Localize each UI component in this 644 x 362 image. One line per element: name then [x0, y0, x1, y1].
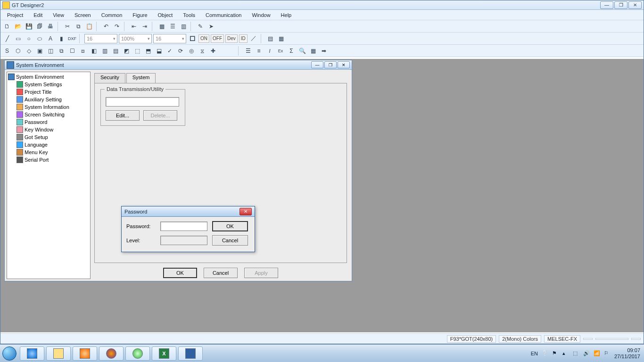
t3-1-icon[interactable]: S: [2, 46, 12, 56]
t3-18-icon[interactable]: ◎: [187, 46, 196, 56]
start-button[interactable]: [0, 345, 19, 362]
t3-11-icon[interactable]: ▤: [111, 46, 120, 56]
t3-17-icon[interactable]: ⟳: [176, 46, 185, 56]
maximize-button[interactable]: ❐: [614, 1, 627, 9]
tree-item-language[interactable]: Language: [17, 141, 89, 148]
task-ie[interactable]: [20, 346, 44, 361]
menu-common[interactable]: Common: [97, 11, 127, 19]
new-icon[interactable]: 🗋: [2, 22, 12, 31]
val3-dropdown[interactable]: 16: [153, 34, 186, 43]
menu-help[interactable]: Help: [276, 11, 297, 19]
menu-communication[interactable]: Communication: [201, 11, 246, 19]
dxf-icon[interactable]: DXF: [67, 34, 77, 43]
arrow-left-icon[interactable]: ⇤: [129, 22, 139, 31]
menu-view[interactable]: View: [48, 11, 69, 19]
undo-icon[interactable]: ↶: [101, 22, 111, 31]
password-input[interactable]: [160, 222, 207, 231]
tree-item-auxiliary-setting[interactable]: Auxiliary Setting: [17, 96, 89, 103]
pencil-icon[interactable]: ✎: [196, 22, 205, 31]
edit-button[interactable]: Edit...: [106, 110, 140, 121]
menu-object[interactable]: Object: [153, 11, 178, 19]
t3-12-icon[interactable]: ◩: [122, 46, 131, 56]
on-label[interactable]: ON: [198, 34, 209, 43]
tree-item-project-title[interactable]: Project Title: [17, 88, 89, 96]
task-explorer[interactable]: [46, 346, 71, 361]
t3-13-icon[interactable]: ⬚: [132, 46, 142, 56]
find-icon[interactable]: 🔍: [297, 46, 307, 56]
fontsize-dropdown[interactable]: 16: [84, 34, 117, 43]
t3-14-icon[interactable]: ⬒: [143, 46, 153, 56]
help-icon[interactable]: ❔: [542, 350, 548, 357]
redo-icon[interactable]: ↷: [112, 22, 122, 31]
align-center-icon[interactable]: ≡: [254, 46, 264, 56]
network-icon[interactable]: 📶: [594, 350, 600, 357]
tray-icon-2[interactable]: ⚐: [604, 350, 611, 357]
linecolor-icon[interactable]: ／: [249, 34, 258, 43]
zoom-dropdown[interactable]: 100%: [119, 34, 152, 43]
id-label[interactable]: ID: [239, 34, 248, 43]
print-icon[interactable]: 🖶: [46, 22, 55, 31]
menu-figure[interactable]: Figure: [128, 11, 152, 19]
tree-item-serial-port[interactable]: Serial Port: [17, 156, 89, 164]
password-close-button[interactable]: ✕: [239, 208, 252, 215]
password-ok-button[interactable]: OK: [212, 221, 248, 231]
sysenv-cancel-button[interactable]: Cancel: [204, 268, 238, 278]
copy-icon[interactable]: ⧉: [74, 22, 83, 31]
palette-icon[interactable]: ▥: [179, 22, 188, 31]
cut-icon[interactable]: ✂: [63, 22, 72, 31]
togg-icon[interactable]: ▦: [308, 46, 318, 56]
tree-item-key-window[interactable]: Key Window: [17, 126, 89, 133]
tree-item-system-settings[interactable]: System Settings: [17, 81, 89, 88]
t3-15-icon[interactable]: ⬓: [154, 46, 164, 56]
password-titlebar[interactable]: Password ✕: [122, 206, 255, 217]
ex-icon[interactable]: Ex: [276, 46, 285, 56]
tray-clock[interactable]: 09:07 27/11/2017: [614, 347, 640, 359]
minimize-button[interactable]: —: [600, 1, 613, 9]
off-label[interactable]: OFF: [211, 34, 224, 43]
t3-7-icon[interactable]: ☐: [67, 46, 77, 56]
t3-6-icon[interactable]: ⧉: [57, 46, 66, 56]
volume-icon[interactable]: 🔊: [583, 350, 590, 357]
arrow-right-icon[interactable]: ⇥: [140, 22, 149, 31]
sysenv-titlebar[interactable]: System Environment — ❐ ✕: [5, 60, 352, 70]
fillcolor-icon[interactable]: 🞏: [188, 34, 197, 43]
tab-security[interactable]: Security: [94, 73, 125, 83]
task-gtdesigner[interactable]: [178, 346, 203, 361]
menu-project[interactable]: Project: [2, 11, 28, 19]
flag-icon[interactable]: ⚑: [552, 350, 559, 357]
tree-item-got-setup[interactable]: Got Setup: [17, 133, 89, 141]
save-icon[interactable]: 💾: [24, 22, 33, 31]
sysenv-apply-button[interactable]: Apply: [244, 268, 278, 278]
preview2-icon[interactable]: ▦: [277, 34, 286, 43]
tab-system[interactable]: System: [126, 73, 156, 83]
layers-icon[interactable]: ☰: [168, 22, 177, 31]
tray-lang[interactable]: EN: [531, 351, 538, 356]
menu-tools[interactable]: Tools: [178, 11, 200, 19]
t3-3-icon[interactable]: ◇: [24, 46, 33, 56]
saveall-icon[interactable]: 🗐: [35, 22, 44, 31]
sigma-icon[interactable]: Σ: [287, 46, 296, 56]
chevron-up-icon[interactable]: ▴: [562, 350, 569, 357]
t3-2-icon[interactable]: ⬡: [13, 46, 23, 56]
preview1-icon[interactable]: ▤: [266, 34, 275, 43]
t3-5-icon[interactable]: ◫: [46, 46, 55, 56]
t3-4-icon[interactable]: ▣: [35, 46, 44, 56]
t3-8-icon[interactable]: ⧈: [78, 46, 88, 56]
t3-9-icon[interactable]: ◧: [89, 46, 99, 56]
align-left-icon[interactable]: ☰: [243, 46, 253, 56]
t3-20-icon[interactable]: ✚: [208, 46, 218, 56]
task-firefox[interactable]: [99, 346, 124, 361]
circle-icon[interactable]: ○: [24, 34, 33, 43]
tree-item-password[interactable]: Password: [17, 118, 89, 126]
tree-item-screen-switching[interactable]: Screen Switching: [17, 111, 89, 118]
tree-item-menu-key[interactable]: Menu Key: [17, 148, 89, 156]
password-cancel-button[interactable]: Cancel: [212, 235, 248, 246]
grid-icon[interactable]: ▦: [157, 22, 166, 31]
pointer-icon[interactable]: ➤: [206, 22, 216, 31]
menu-window[interactable]: Window: [247, 11, 275, 19]
sysenv-maximize-button[interactable]: ❐: [324, 61, 337, 68]
sysenv-ok-button[interactable]: OK: [163, 268, 197, 278]
task-media[interactable]: [73, 346, 97, 361]
italic-icon[interactable]: I: [265, 46, 274, 56]
menu-screen[interactable]: Screen: [70, 11, 96, 19]
